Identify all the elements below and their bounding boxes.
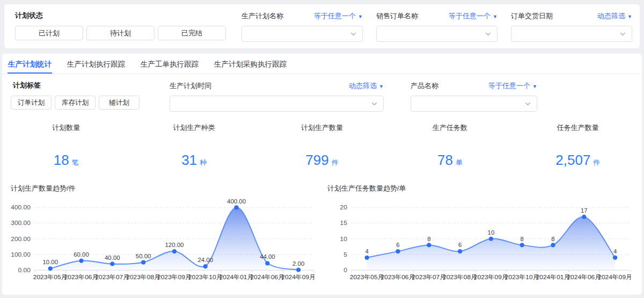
plan-count-label: 计划数量 [2,123,130,133]
data-point-label: 8 [427,236,430,242]
sales-order-name-field-head: 销售订单名称等于任意一个▼ [376,11,497,21]
area-fill [367,217,615,270]
product-name-select[interactable] [411,96,537,112]
y-axis-tick-label: 15 [340,220,348,227]
stat-card-plan-production-qty: 计划生产数量799件 [258,123,386,169]
main-panel: 生产计划统计生产计划执行跟踪生产工单执行跟踪生产计划采购执行跟踪 计划标签 订单… [2,54,642,295]
chevron-down-icon [485,31,492,38]
plan-production-qty-trend-chart-title: 计划生产数量趋势/件 [11,183,322,194]
data-point-label: 60.00 [74,251,89,258]
chevron-down-icon [524,100,531,107]
y-axis-tick-label: 5 [343,251,347,258]
order-delivery-date-label: 订单交货日期 [511,11,553,21]
chevron-down-icon [350,31,357,38]
production-plan-name-operator-link[interactable]: 等于任意一个▼ [314,11,363,21]
tab-plan-statistics[interactable]: 生产计划统计 [8,54,52,74]
data-point [296,267,301,272]
plan-tag-option-0[interactable]: 订单计划 [11,96,52,110]
x-axis-category-label: 2023年07月 [95,273,129,281]
data-point [48,266,53,271]
order-delivery-date-operator-link[interactable]: 动态筛选▼ [597,11,632,21]
x-axis-category-label: 2024年06月 [567,273,601,281]
data-point-label: 120.00 [165,242,184,248]
data-point [489,237,493,241]
sales-order-name-select[interactable] [376,26,497,42]
task-production-qty-label: 任务生产数量 [514,123,642,133]
x-axis-category-label: 2024年09月 [281,273,316,281]
plan-production-task-trend-chart-title: 计划生产任务数量趋势/单 [327,183,639,194]
order-delivery-date-select[interactable] [511,26,632,42]
plan-production-types-unit: 种 [200,158,207,166]
plan-tag-option-1[interactable]: 库存计划 [55,96,96,110]
data-point [172,249,177,253]
production-task-count-value: 78单 [386,152,514,169]
plan-production-qty-label: 计划生产数量 [258,123,386,133]
x-axis-category-label: 2024年01月 [536,273,570,281]
data-point-label: 50.00 [136,253,151,259]
x-axis-category-label: 2023年09月 [474,273,508,281]
product-name-operator-link[interactable]: 等于任意一个▼ [488,81,537,91]
data-point [551,243,555,247]
data-point [141,260,145,264]
plan-status-options: 已计划待计划已完结 [15,26,226,40]
sub-filter-fields: 生产计划时间动态筛选▼产品名称等于任意一个▼ [170,81,537,112]
plan-count-value: 18笔 [2,152,130,169]
plan-production-qty-number: 799 [305,152,328,168]
plan-status-option-1[interactable]: 待计划 [86,26,155,40]
tab-plan-execution-tracking[interactable]: 生产计划执行跟踪 [67,54,126,74]
order-delivery-date-field-head: 订单交货日期动态筛选▼ [511,11,632,21]
data-point-label: 4 [613,248,617,255]
caret-down-icon: ▼ [493,14,497,19]
sales-order-name-field: 销售订单名称等于任意一个▼ [376,11,497,48]
data-point [396,249,400,253]
tab-plan-purchase-execution-tracking[interactable]: 生产计划采购执行跟踪 [214,54,287,74]
stat-card-task-production-qty: 任务生产数量2,507件 [514,123,642,169]
stat-card-plan-production-types: 计划生产种类31种 [130,123,258,169]
stat-card-production-task-count: 生产任务数78单 [386,123,514,169]
data-point-label: 4 [365,248,369,255]
caret-down-icon: ▼ [358,14,363,19]
data-point [427,243,431,247]
tab-work-order-execution-tracking[interactable]: 生产工单执行跟踪 [140,54,199,74]
top-filter-fields: 生产计划名称等于任意一个▼销售订单名称等于任意一个▼订单交货日期动态筛选▼ [241,11,632,48]
y-axis-tick-label: 100.00 [11,251,31,258]
plan-tag-option-2[interactable]: 辅计划 [99,96,140,110]
x-axis-category-label: 2024年01月 [219,273,254,281]
sales-order-name-operator-text: 等于任意一个 [449,11,491,21]
y-axis-tick-label: 0.00 [18,266,31,274]
task-production-qty-value: 2,507件 [514,152,642,169]
sales-order-name-label: 销售订单名称 [376,11,418,21]
tab-bar: 生产计划统计生产计划执行跟踪生产工单执行跟踪生产计划采购执行跟踪 [2,54,642,74]
production-plan-time-select[interactable] [170,96,384,112]
y-axis-tick-label: 20 [340,203,348,211]
data-point-label: 8 [551,236,554,242]
caret-down-icon: ▼ [532,84,537,89]
x-axis-category-label: 2023年08月 [126,273,160,281]
production-plan-time-field-head: 生产计划时间动态筛选▼ [170,81,384,91]
production-plan-time-operator-link[interactable]: 动态筛选▼ [349,81,384,91]
plan-count-number: 18 [54,152,69,168]
data-point [234,205,238,209]
product-name-field-head: 产品名称等于任意一个▼ [411,81,537,91]
plan-status-option-0[interactable]: 已计划 [15,26,83,40]
x-axis-category-label: 2023年07月 [412,273,446,281]
plan-status-option-2[interactable]: 已完结 [158,26,226,40]
plan-count-unit: 笔 [72,158,79,166]
plan-production-qty-trend-chart: 计划生产数量趋势/件0.00100.00200.00300.00400.0010… [5,183,322,292]
x-axis-category-label: 2023年05月 [33,273,68,281]
plan-production-types-value: 31种 [130,152,258,169]
x-axis-category-label: 2023年09月 [157,273,192,281]
data-point [203,264,208,268]
data-point-label: 2.00 [292,260,304,267]
plan-tag-options: 订单计划库存计划辅计划 [11,96,170,110]
data-point [582,215,586,219]
x-axis-category-label: 2023年08月 [443,273,477,281]
production-plan-name-select[interactable] [241,26,363,42]
plan-production-types-number: 31 [181,152,197,168]
sales-order-name-operator-link[interactable]: 等于任意一个▼ [449,11,497,21]
data-point [458,249,462,253]
trend-charts: 计划生产数量趋势/件0.00100.00200.00300.00400.0010… [2,183,642,292]
production-plan-time-label: 生产计划时间 [170,81,211,91]
x-axis-category-label: 2023年10月 [188,273,223,281]
task-production-qty-unit: 件 [593,158,600,166]
